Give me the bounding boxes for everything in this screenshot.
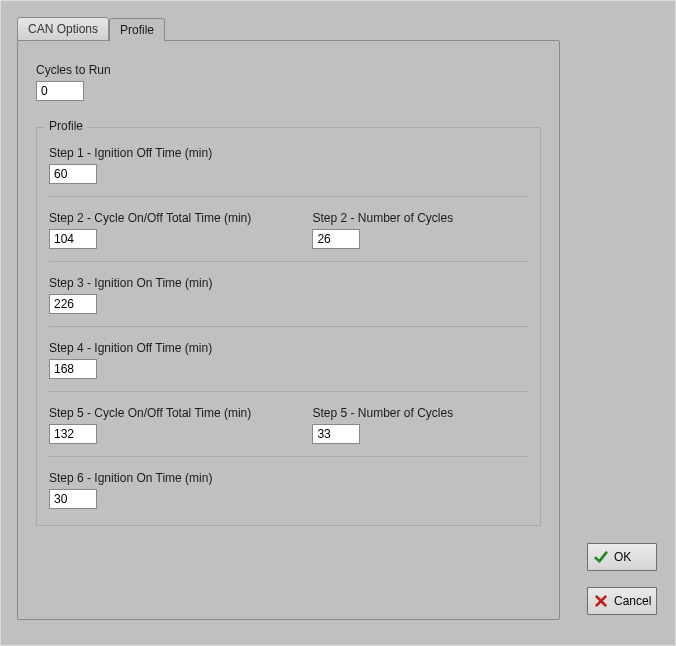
dialog-buttons: OK Cancel [587, 543, 657, 615]
cancel-button[interactable]: Cancel [587, 587, 657, 615]
step2-left-input[interactable] [49, 229, 97, 249]
step-col-left: Step 6 - Ignition On Time (min) [49, 471, 312, 509]
step-row: Step 5 - Cycle On/Off Total Time (min) S… [49, 406, 528, 457]
step-col-left: Step 3 - Ignition On Time (min) [49, 276, 312, 314]
step-col-left: Step 4 - Ignition Off Time (min) [49, 341, 312, 379]
tab-can-options[interactable]: CAN Options [17, 17, 109, 41]
step1-left-input[interactable] [49, 164, 97, 184]
check-icon [594, 550, 608, 564]
ok-button-label: OK [614, 550, 631, 564]
ok-button[interactable]: OK [587, 543, 657, 571]
profile-groupbox-legend: Profile [45, 119, 87, 133]
step5-right-label: Step 5 - Number of Cycles [312, 406, 528, 420]
step1-left-label: Step 1 - Ignition Off Time (min) [49, 146, 312, 160]
step6-left-label: Step 6 - Ignition On Time (min) [49, 471, 312, 485]
step5-left-label: Step 5 - Cycle On/Off Total Time (min) [49, 406, 312, 420]
step4-left-label: Step 4 - Ignition Off Time (min) [49, 341, 312, 355]
cross-icon [594, 594, 608, 608]
step-row: Step 3 - Ignition On Time (min) [49, 276, 528, 327]
step-row: Step 1 - Ignition Off Time (min) [49, 146, 528, 197]
tab-panel-profile: Cycles to Run Profile Step 1 - Ignition … [17, 40, 560, 620]
step-row: Step 6 - Ignition On Time (min) [49, 471, 528, 513]
step6-left-input[interactable] [49, 489, 97, 509]
tab-strip: CAN Options Profile Cycles to Run Profil… [17, 17, 659, 621]
step5-left-input[interactable] [49, 424, 97, 444]
step-col-left: Step 5 - Cycle On/Off Total Time (min) [49, 406, 312, 444]
cycles-to-run-label: Cycles to Run [36, 63, 541, 77]
cycles-to-run-input[interactable] [36, 81, 84, 101]
dialog-window: CAN Options Profile Cycles to Run Profil… [0, 0, 676, 646]
profile-groupbox: Profile Step 1 - Ignition Off Time (min)… [36, 127, 541, 526]
step4-left-input[interactable] [49, 359, 97, 379]
step-col-right: Step 2 - Number of Cycles [312, 211, 528, 249]
step-row: Step 4 - Ignition Off Time (min) [49, 341, 528, 392]
step2-right-label: Step 2 - Number of Cycles [312, 211, 528, 225]
step-col-left: Step 2 - Cycle On/Off Total Time (min) [49, 211, 312, 249]
step2-right-input[interactable] [312, 229, 360, 249]
step5-right-input[interactable] [312, 424, 360, 444]
step-row: Step 2 - Cycle On/Off Total Time (min) S… [49, 211, 528, 262]
step-col-left: Step 1 - Ignition Off Time (min) [49, 146, 312, 184]
step3-left-input[interactable] [49, 294, 97, 314]
tab-profile[interactable]: Profile [109, 18, 165, 42]
step3-left-label: Step 3 - Ignition On Time (min) [49, 276, 312, 290]
step-col-right: Step 5 - Number of Cycles [312, 406, 528, 444]
cancel-button-label: Cancel [614, 594, 651, 608]
step2-left-label: Step 2 - Cycle On/Off Total Time (min) [49, 211, 312, 225]
tab-row: CAN Options Profile [17, 17, 659, 41]
